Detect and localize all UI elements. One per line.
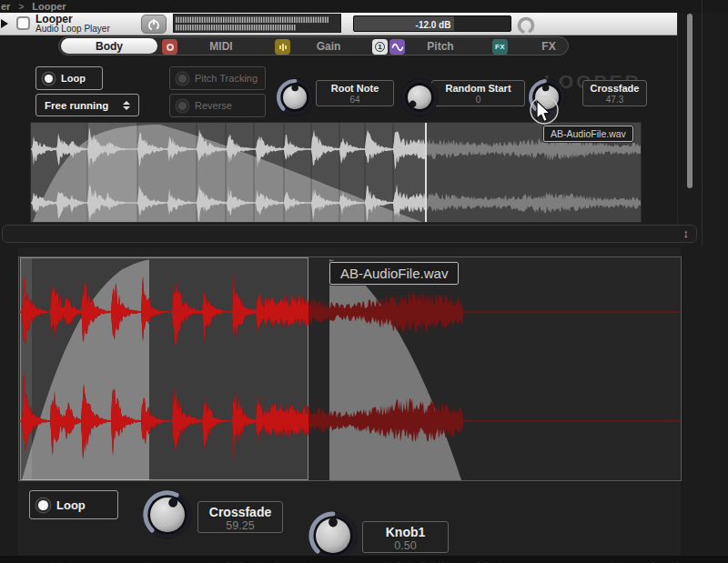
mouse-cursor	[525, 93, 565, 136]
root-note-label-box: Root Note 64	[316, 80, 394, 106]
breadcrumb-separator-icon: >	[18, 2, 24, 12]
channel-one-glyph: 1	[375, 42, 385, 52]
midi-icon[interactable]	[275, 39, 290, 55]
editor-loop-led-icon	[38, 500, 48, 510]
record-ring-glyph	[167, 44, 174, 51]
editor-audio-file-label: AB-AudioFile.wav	[329, 262, 459, 285]
fx-glyph: FX	[495, 43, 505, 51]
viewport-divider	[702, 0, 703, 246]
tab-pitch[interactable]: Pitch	[410, 37, 471, 55]
lfo-icon[interactable]	[389, 39, 405, 55]
power-icon	[147, 17, 161, 32]
reverse-led-icon	[178, 102, 187, 110]
loop-toggle-button[interactable]: Loop	[35, 66, 103, 90]
random-start-value: 0	[432, 95, 524, 105]
module-bypass-checkbox[interactable]	[16, 16, 30, 30]
gain-slider[interactable]: -12.0 dB	[353, 15, 511, 32]
tab-body[interactable]: Body	[61, 38, 157, 54]
tab-bar: Body MIDI Gain 1 Pitch FX FX	[58, 36, 569, 55]
panel-footer: ↕	[2, 225, 697, 243]
crossfade-value: 47.3	[583, 95, 646, 105]
resize-vertical-icon[interactable]: ↕	[683, 226, 690, 240]
record-icon[interactable]	[162, 39, 177, 55]
loop-toggle-label: Loop	[61, 73, 86, 84]
power-button[interactable]	[141, 15, 167, 34]
knob1-label: Knob1	[363, 525, 448, 539]
random-start-knob[interactable]	[400, 78, 439, 120]
root-note-value: 64	[317, 95, 393, 105]
random-start-label-box: Random Start 0	[431, 80, 525, 106]
editor-waveform-display[interactable]	[18, 256, 682, 481]
tab-midi[interactable]: MIDI	[190, 37, 252, 55]
crossfade-label-box: Crossfade 47.3	[582, 80, 647, 106]
editor-loop-label: Loop	[56, 498, 86, 512]
pitch-tracking-led-icon	[178, 75, 187, 83]
loop-led-icon	[45, 75, 53, 83]
gain-value: -12.0 dB	[354, 16, 511, 32]
routing-icon[interactable]: 1	[372, 39, 388, 55]
retrigger-loop-icon[interactable]	[516, 15, 536, 35]
knob1-value: 0.50	[363, 539, 448, 552]
tab-gain[interactable]: Gain	[298, 37, 359, 55]
plugin-editor-window: er > Looper Looper Audio Loop Player -12…	[0, 0, 728, 563]
reverse-label: Reverse	[195, 100, 232, 111]
playback-mode-dropdown[interactable]: Free running	[35, 94, 139, 116]
vertical-scrollbar[interactable]	[687, 14, 693, 188]
crossfade-label: Crossfade	[583, 83, 646, 95]
breadcrumb-current[interactable]: Looper	[32, 1, 66, 12]
panel-divider	[677, 13, 678, 244]
sine-glyph	[391, 41, 404, 54]
playback-mode-value: Free running	[45, 100, 108, 111]
pitch-tracking-button[interactable]: Pitch Tracking	[169, 66, 266, 90]
knob1-label-box: Knob1 0.50	[362, 521, 449, 553]
random-start-label: Random Start	[432, 83, 524, 95]
editor-crossfade-knob[interactable]	[143, 490, 192, 543]
module-subtitle: Audio Loop Player	[35, 25, 110, 34]
pitch-tracking-label: Pitch Tracking	[195, 73, 258, 84]
root-note-knob[interactable]	[276, 78, 314, 120]
mini-timeline-strip	[0, 556, 728, 563]
fx-icon[interactable]: FX	[492, 39, 508, 55]
level-meter	[173, 14, 341, 33]
editor-loop-toggle-button[interactable]: Loop	[29, 490, 118, 519]
breadcrumb: er > Looper	[0, 0, 728, 13]
editor-crossfade-label-box: Crossfade 59.25	[197, 501, 283, 533]
midi-glyph	[279, 44, 287, 51]
breadcrumb-parent[interactable]: er	[1, 1, 10, 12]
root-note-label: Root Note	[317, 83, 393, 95]
reverse-button[interactable]: Reverse	[169, 94, 266, 117]
dropdown-arrows-icon	[123, 101, 130, 110]
editor-crossfade-value: 59.25	[198, 519, 282, 532]
editor-crossfade-label: Crossfade	[198, 505, 282, 519]
tab-fx[interactable]: FX	[518, 37, 580, 55]
expand-arrow-icon[interactable]	[1, 19, 8, 28]
